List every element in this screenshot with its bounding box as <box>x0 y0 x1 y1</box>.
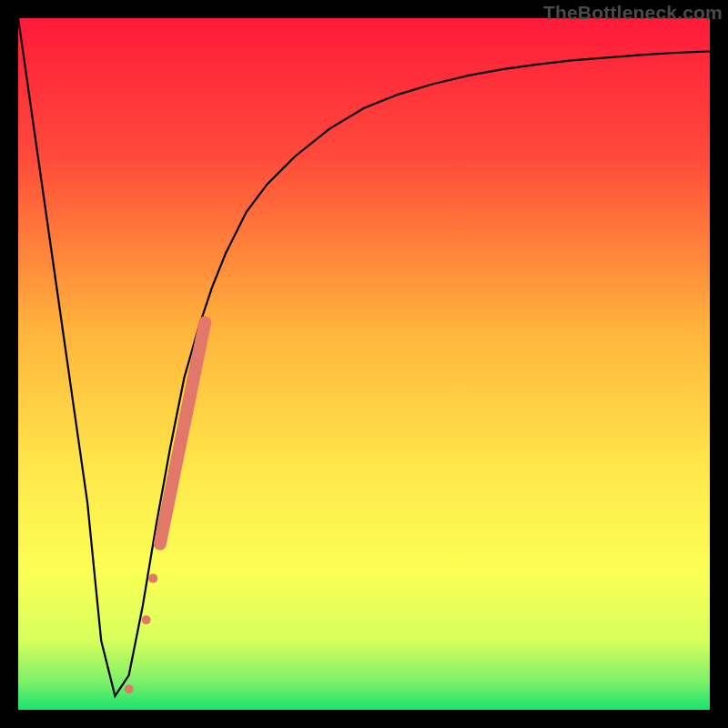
gradient-background <box>18 18 710 710</box>
chart-frame: TheBottleneck.com <box>0 0 728 728</box>
data-marker <box>125 684 134 693</box>
watermark-text: TheBottleneck.com <box>543 2 723 24</box>
plot-area <box>18 18 710 710</box>
data-marker <box>148 574 157 583</box>
data-marker <box>142 615 151 624</box>
chart-svg <box>18 18 710 710</box>
